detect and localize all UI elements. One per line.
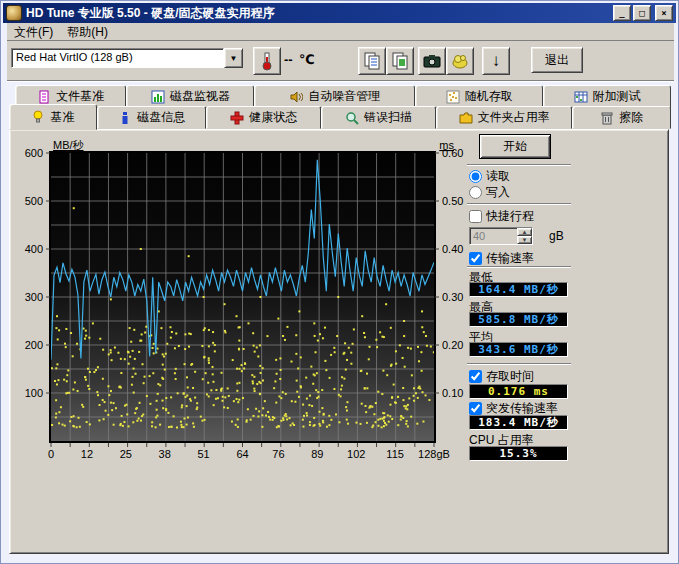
camera-icon <box>422 51 442 71</box>
tab-benchmark[interactable]: 基准 <box>9 104 97 130</box>
access-time-label: 存取时间 <box>486 368 534 385</box>
hand-coin-icon <box>450 51 470 71</box>
random-access-icon <box>446 90 460 104</box>
folder-icon <box>459 111 473 125</box>
extra-tests-icon <box>574 90 588 104</box>
disk-monitor-icon <box>151 90 165 104</box>
close-button[interactable]: × <box>655 5 673 21</box>
chevron-down-icon[interactable]: ▼ <box>224 48 243 68</box>
read-radio-row: 读取 <box>469 168 510 185</box>
toolbar-separator <box>7 80 674 82</box>
save-results-button[interactable]: ↓ <box>482 47 510 75</box>
write-radio[interactable] <box>469 186 482 199</box>
app-window: HD Tune 专业版 5.50 - 硬盘/固态硬盘实用程序 _ □ × 文件(… <box>0 0 679 564</box>
arrow-down-icon: ↓ <box>492 51 501 71</box>
temperature-button[interactable] <box>253 47 281 75</box>
burst-rate-checkbox[interactable] <box>469 402 482 415</box>
temperature-value: -- <box>284 52 293 67</box>
min-value: 164.4 MB/秒 <box>469 282 568 297</box>
avg-value: 343.6 MB/秒 <box>469 342 568 357</box>
exit-button[interactable]: 退出 <box>531 47 583 73</box>
temperature-unit: ℃ <box>299 52 315 67</box>
spin-up-icon[interactable]: ▲ <box>517 228 532 236</box>
tab-folder-usage[interactable]: 文件夹占用率 <box>436 106 572 129</box>
title-bar[interactable]: HD Tune 专业版 5.50 - 硬盘/固态硬盘实用程序 _ □ × <box>3 3 676 23</box>
device-select-value: Red Hat VirtIO (128 gB) <box>11 48 224 68</box>
menu-help[interactable]: 帮助(H) <box>60 23 115 42</box>
write-label: 写入 <box>486 184 510 201</box>
tab-erase[interactable]: 擦除 <box>572 106 671 129</box>
info-icon <box>118 111 132 125</box>
tab-row-primary: 基准 磁盘信息 健康状态 错误扫描 文件夹占用率 擦除 <box>9 105 671 129</box>
menu-file[interactable]: 文件(F) <box>7 23 60 42</box>
minimize-button[interactable]: _ <box>613 5 631 21</box>
max-value: 585.8 MB/秒 <box>469 312 568 327</box>
thermometer-icon <box>258 51 276 71</box>
read-label: 读取 <box>486 168 510 185</box>
copy-image-button[interactable] <box>386 47 414 75</box>
cpu-usage-value: 15.3% <box>469 446 568 461</box>
screenshot-button[interactable] <box>418 47 446 75</box>
separator <box>467 363 571 365</box>
window-title: HD Tune 专业版 5.50 - 硬盘/固态硬盘实用程序 <box>26 5 611 22</box>
burst-rate-value: 183.4 MB/秒 <box>469 415 568 430</box>
app-icon <box>6 5 22 21</box>
transfer-rate-checkbox[interactable] <box>469 252 482 265</box>
copy-image-icon <box>390 51 410 71</box>
trash-icon <box>600 111 614 125</box>
maximize-button[interactable]: □ <box>633 5 651 21</box>
separator <box>467 266 571 268</box>
short-stroke-input[interactable] <box>470 228 517 244</box>
file-benchmark-icon <box>37 90 51 104</box>
transfer-rate-label: 传输速率 <box>486 250 534 267</box>
device-select[interactable]: Red Hat VirtIO (128 gB) ▼ <box>11 48 243 68</box>
short-stroke-checkbox[interactable] <box>469 210 482 223</box>
health-cross-icon <box>230 111 244 125</box>
tab-health[interactable]: 健康状态 <box>206 106 321 129</box>
access-time-checkbox[interactable] <box>469 370 482 383</box>
access-time-row: 存取时间 <box>469 368 534 385</box>
separator <box>467 164 571 166</box>
start-button[interactable]: 开始 <box>479 134 551 159</box>
short-stroke-spinner: ▲ ▼ <box>469 227 533 245</box>
read-radio[interactable] <box>469 170 482 183</box>
write-radio-row: 写入 <box>469 184 510 201</box>
tab-error-scan[interactable]: 错误扫描 <box>321 106 436 129</box>
benchmark-panel <box>9 129 669 554</box>
short-stroke-label: 快捷行程 <box>486 208 534 225</box>
short-stroke-unit: gB <box>549 229 564 243</box>
donate-button[interactable] <box>446 47 474 75</box>
separator <box>467 203 571 205</box>
copy-text-button[interactable] <box>358 47 386 75</box>
short-stroke-row: 快捷行程 <box>469 208 534 225</box>
bulb-icon <box>31 110 45 124</box>
copy-text-icon <box>362 51 382 71</box>
spin-down-icon[interactable]: ▼ <box>517 236 532 244</box>
access-time-value: 0.176 ms <box>469 384 568 399</box>
speaker-icon <box>289 90 303 104</box>
tab-disk-info[interactable]: 磁盘信息 <box>97 106 206 129</box>
magnifier-icon <box>345 111 359 125</box>
menu-bar: 文件(F) 帮助(H) <box>7 23 674 41</box>
transfer-rate-row: 传输速率 <box>469 250 534 267</box>
